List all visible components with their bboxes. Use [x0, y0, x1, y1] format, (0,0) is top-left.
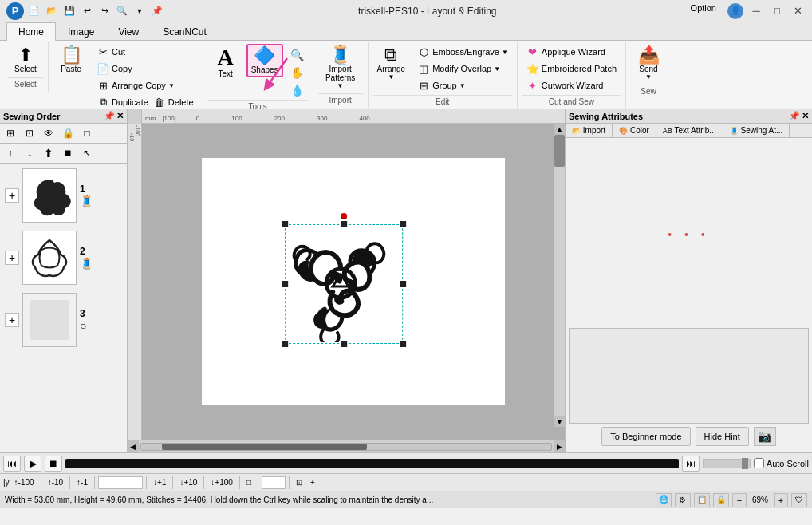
copy-button[interactable]: 📄 Copy — [93, 61, 198, 77]
sa-close[interactable]: ✕ — [802, 111, 809, 121]
hide-hint-button[interactable]: Hide Hint — [696, 427, 749, 446]
hscroll-thumb[interactable] — [162, 444, 367, 450]
sa-pin[interactable]: 📌 — [789, 111, 800, 121]
paste-large-button[interactable]: 📋 Paste — [53, 44, 89, 76]
magnify-button[interactable]: 🔍 — [286, 47, 308, 63]
so-dropdown-btn[interactable]: ⊡ — [21, 125, 38, 141]
sa-photo-btn[interactable]: 📷 — [754, 427, 776, 446]
pb-progress-track[interactable] — [65, 459, 679, 468]
close-button[interactable]: ✕ — [790, 3, 806, 19]
send-button[interactable]: 📤 Send ▼ — [631, 44, 666, 83]
handle-bl[interactable] — [282, 341, 288, 347]
modify-overlap-button[interactable]: ◫ Modify Overlap ▼ — [413, 61, 512, 77]
hscroll-right-btn[interactable]: ▶ — [554, 440, 565, 452]
hscroll-left-btn[interactable]: ◀ — [128, 440, 139, 452]
et-neg1-btn[interactable]: ↑-1 — [73, 476, 91, 488]
so-stop-btn[interactable]: ⏹ — [59, 145, 77, 161]
sewing-order-item-2[interactable]: + 2 🧵 — [3, 229, 124, 286]
sa-tab-import[interactable]: 📂 Import — [566, 124, 613, 137]
cut-button[interactable]: ✂ Cut — [93, 44, 198, 60]
pb-stop-btn[interactable]: ⏹ — [45, 456, 62, 472]
et-plus100-btn[interactable]: ↓+100 — [207, 476, 236, 488]
so-eye-btn[interactable]: 👁 — [40, 125, 57, 141]
shapes-button[interactable]: 🔷 Shapes — [246, 44, 283, 77]
text-button[interactable]: A Text — [208, 44, 243, 81]
tab-view[interactable]: View — [106, 22, 151, 41]
qa-pin[interactable]: 📌 — [150, 4, 164, 18]
sb-icon-4[interactable]: 🔒 — [713, 493, 729, 507]
auto-scroll-checkbox[interactable] — [754, 458, 764, 468]
duplicate-button[interactable]: ⧉ Duplicate — [97, 96, 148, 109]
sb-icon-5[interactable]: 🛡 — [791, 493, 807, 507]
so-cursor-btn[interactable]: ↖ — [78, 145, 96, 161]
qa-new[interactable]: 📄 — [27, 4, 41, 18]
qa-more[interactable]: ▼ — [132, 4, 147, 18]
pb-slider-area[interactable] — [703, 459, 751, 468]
handle-tl[interactable] — [282, 221, 288, 227]
embroidered-patch-button[interactable]: ⭐ Embroidered Patch — [522, 61, 621, 77]
sb-icon-1[interactable]: 🌐 — [656, 493, 672, 507]
arrange-button[interactable]: ⧉ Arrange ▼ — [373, 44, 410, 83]
pb-play-btn[interactable]: ▶ — [24, 456, 41, 472]
vscroll-up-btn[interactable]: ▲ — [554, 124, 565, 135]
user-icon[interactable]: 👤 — [727, 3, 743, 19]
zoom-in-btn[interactable]: + — [774, 493, 788, 507]
so-add-item-3[interactable]: + — [5, 313, 19, 327]
sa-tab-sewing-at[interactable]: 🧵 Sewing At... — [723, 124, 790, 137]
vscroll[interactable]: ▲ ▼ — [554, 124, 565, 427]
select-button[interactable]: ⬆ Select — [8, 44, 43, 76]
maximize-button[interactable]: □ — [769, 3, 785, 19]
hscroll[interactable]: ◀ ▶ — [128, 440, 565, 452]
design-container[interactable] — [285, 224, 403, 344]
handle-bm[interactable] — [341, 341, 347, 347]
sewing-order-close[interactable]: ✕ — [116, 111, 124, 121]
hand-button[interactable]: ✋ — [286, 65, 308, 81]
emboss-engrave-button[interactable]: ⬡ Emboss/Engrave ▼ — [413, 44, 512, 60]
qa-save[interactable]: 💾 — [62, 4, 77, 18]
applique-wizard-button[interactable]: ❤ Applique Wizard — [522, 44, 621, 60]
qa-zoom[interactable]: 🔍 — [115, 4, 129, 18]
page-input[interactable]: 0 /3 — [262, 476, 286, 489]
et-neg100-btn[interactable]: ↑-100 — [11, 476, 37, 488]
so-expand-btn[interactable]: □ — [78, 125, 96, 141]
so-add-btn[interactable]: ⊞ — [2, 125, 19, 141]
zoom-out-btn[interactable]: − — [732, 493, 747, 507]
tab-image[interactable]: Image — [56, 22, 106, 41]
et-plus1-btn[interactable]: ↓+1 — [150, 476, 169, 488]
canvas-inner[interactable]: ▲ ▼ — [142, 124, 565, 440]
vscroll-down-btn[interactable]: ▼ — [554, 416, 565, 427]
handle-tm[interactable] — [341, 221, 347, 227]
so-down-btn[interactable]: ↓ — [21, 145, 38, 161]
qa-redo[interactable]: ↪ — [97, 4, 112, 18]
handle-br[interactable] — [400, 341, 406, 347]
beginner-mode-button[interactable]: To Beginner mode — [601, 427, 690, 446]
eyedrop-button[interactable]: 💧 — [286, 82, 308, 98]
stitch-input[interactable]: 0 /14406 — [98, 476, 143, 489]
sa-tab-color[interactable]: 🎨 Color — [613, 124, 656, 137]
pb-last-btn[interactable]: ⏭ — [682, 456, 700, 472]
tab-home[interactable]: Home — [6, 22, 56, 41]
sewing-order-pin[interactable]: 📌 — [104, 111, 115, 121]
et-plus-btn[interactable]: + — [307, 476, 318, 488]
et-plus10-btn[interactable]: ↓+10 — [176, 476, 200, 488]
so-select-tool[interactable]: ⬆ — [40, 145, 57, 161]
import-patterns-button[interactable]: 🧵 Import Patterns ▼ — [318, 44, 363, 92]
group-button[interactable]: ⊞ Group ▼ — [413, 77, 512, 93]
rotate-handle[interactable] — [341, 213, 347, 219]
et-rect-btn[interactable]: □ — [243, 476, 254, 488]
et-frame-btn[interactable]: ⊡ — [293, 476, 305, 488]
sb-icon-2[interactable]: ⚙ — [675, 493, 691, 507]
qa-open[interactable]: 📂 — [45, 4, 59, 18]
vscroll-thumb[interactable] — [554, 135, 565, 167]
tab-scanncut[interactable]: ScanNCut — [151, 22, 219, 41]
handle-tr[interactable] — [400, 221, 406, 227]
sewing-order-item-3[interactable]: + 3 ○ — [3, 291, 124, 349]
minimize-button[interactable]: ─ — [748, 3, 764, 19]
delete-button[interactable]: 🗑 Delete — [153, 96, 194, 109]
so-add-item-1[interactable]: + — [5, 188, 19, 203]
sa-tab-text-attrib[interactable]: AB Text Attrib... — [656, 124, 723, 137]
so-up-btn[interactable]: ↑ — [2, 145, 19, 161]
arrange-copy-button[interactable]: ⊞ Arrange Copy ▼ — [93, 77, 198, 93]
qa-undo[interactable]: ↩ — [80, 4, 94, 18]
pb-first-btn[interactable]: ⏮ — [3, 456, 21, 472]
